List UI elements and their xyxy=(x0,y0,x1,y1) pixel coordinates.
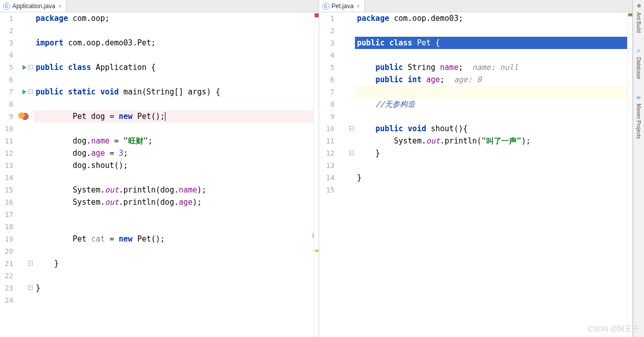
gutter-left[interactable]: 123456789101112131415161718192021222324 … xyxy=(0,12,34,337)
code-line[interactable]: Pet cat = new Pet(); xyxy=(34,233,314,245)
database-icon: ≡ xyxy=(635,48,642,55)
code-area-left[interactable]: package com.oop;import com.oop.demo03.Pe… xyxy=(34,12,314,337)
close-icon[interactable]: × xyxy=(356,3,360,9)
code-line[interactable]: package com.oop; xyxy=(34,12,314,25)
marker-bar-left[interactable] xyxy=(314,12,319,337)
fold-icon[interactable]: − xyxy=(28,89,33,94)
code-line[interactable]: public class Application { xyxy=(34,61,314,74)
code-line[interactable]: Pet dog = new Pet(); xyxy=(34,110,314,123)
line-number: 14 xyxy=(0,172,13,184)
code-line[interactable] xyxy=(34,294,314,306)
tool-window-label: Maven Projects xyxy=(636,104,641,139)
line-number: 19 xyxy=(0,233,13,245)
code-area-right[interactable]: package com.oop.demo03;public class Pet … xyxy=(355,12,627,337)
line-number: 16 xyxy=(0,196,13,208)
line-number: 3 xyxy=(319,37,335,49)
code-line[interactable]: public class Pet { xyxy=(355,37,627,49)
line-number: 11 xyxy=(0,135,13,147)
code-line[interactable]: } xyxy=(34,282,314,294)
marker-warning xyxy=(315,250,319,252)
code-line[interactable] xyxy=(34,245,314,257)
line-number: 13 xyxy=(319,159,335,172)
code-line[interactable]: public void shout(){ xyxy=(355,123,627,135)
tool-window-label: Ant Build xyxy=(636,12,641,33)
line-number: 18 xyxy=(0,221,13,233)
code-line[interactable] xyxy=(355,86,627,98)
watermark: CSDN @阿玉子 xyxy=(588,325,639,334)
line-number: 3 xyxy=(0,37,13,49)
line-number: 4 xyxy=(0,49,13,61)
code-line[interactable] xyxy=(34,98,314,110)
line-number: 24 xyxy=(0,294,13,306)
code-line[interactable] xyxy=(34,270,314,282)
code-line[interactable]: System.out.println(dog.age); xyxy=(34,196,314,208)
gutter-icons-right: −− xyxy=(339,12,355,337)
code-line[interactable]: public int age; age: 0 xyxy=(355,74,627,86)
tab-application-java[interactable]: C Application.java × xyxy=(0,0,66,12)
line-number: 13 xyxy=(0,159,13,172)
code-line[interactable]: package com.oop.demo03; xyxy=(355,12,627,25)
fold-icon[interactable]: − xyxy=(349,151,354,155)
line-number: 2 xyxy=(319,25,335,37)
run-icon[interactable] xyxy=(22,89,27,94)
line-number: 14 xyxy=(319,172,335,184)
tool-window-database[interactable]: ≡ Database xyxy=(635,48,642,79)
code-line[interactable]: import com.oop.demo03.Pet; xyxy=(34,37,314,49)
code-line[interactable]: //无参构造 xyxy=(355,98,627,110)
line-numbers-right: 123456789101112131415 xyxy=(319,12,339,337)
bulb-icon[interactable] xyxy=(18,112,25,118)
fold-icon[interactable]: − xyxy=(349,126,354,131)
editor-body-right: 123456789101112131415 −− package com.oop… xyxy=(319,12,632,337)
close-icon[interactable]: × xyxy=(58,3,61,9)
line-number: 11 xyxy=(319,135,335,147)
tab-label: Pet.java xyxy=(331,3,353,10)
line-number: 4 xyxy=(319,49,335,61)
class-icon: C xyxy=(322,3,329,10)
marker-bar-right[interactable] xyxy=(627,12,632,337)
line-number: 23 xyxy=(0,282,13,294)
code-line[interactable]: public String name; name: null xyxy=(355,61,627,74)
line-number: 5 xyxy=(319,61,335,74)
line-number: 2 xyxy=(0,25,13,37)
code-line[interactable] xyxy=(34,172,314,184)
code-line[interactable]: System.out.println(dog.name); xyxy=(34,184,314,196)
line-number: 8 xyxy=(0,98,13,110)
line-number: 12 xyxy=(319,147,335,159)
code-line[interactable] xyxy=(34,123,314,135)
code-line[interactable]: public static void main(String[] args) { xyxy=(34,86,314,98)
code-line[interactable] xyxy=(34,49,314,61)
tab-pet-java[interactable]: C Pet.java × xyxy=(319,0,365,12)
gutter-right[interactable]: 123456789101112131415 −− xyxy=(319,12,355,337)
line-number: 7 xyxy=(319,86,335,98)
line-number: 7 xyxy=(0,86,13,98)
code-line[interactable]: dog.name = "旺财"; xyxy=(34,135,314,147)
code-line[interactable]: } xyxy=(355,172,627,184)
code-line[interactable]: } xyxy=(34,257,314,270)
code-line[interactable] xyxy=(34,74,314,86)
tool-window-ant-build[interactable]: ✱ Ant Build xyxy=(635,3,642,33)
line-number: 6 xyxy=(0,74,13,86)
fold-icon[interactable]: − xyxy=(28,65,33,69)
run-icon[interactable] xyxy=(22,65,27,70)
fold-icon[interactable]: − xyxy=(28,261,33,266)
code-line[interactable]: System.out.println("叫了一声"); xyxy=(355,135,627,147)
code-line[interactable] xyxy=(34,25,314,37)
code-line[interactable]: dog.shout(); xyxy=(34,159,314,172)
marker-ok xyxy=(628,13,632,16)
line-number: 5 xyxy=(0,61,13,74)
code-line[interactable] xyxy=(355,159,627,172)
code-line[interactable] xyxy=(355,25,627,37)
fold-icon[interactable]: − xyxy=(28,285,33,290)
maven-icon: m xyxy=(635,94,642,102)
code-line[interactable] xyxy=(34,208,314,221)
code-line[interactable] xyxy=(34,221,314,233)
line-number: 15 xyxy=(319,184,335,196)
tool-window-maven-projects[interactable]: m Maven Projects xyxy=(635,94,642,139)
code-line[interactable] xyxy=(355,110,627,123)
code-line[interactable] xyxy=(355,49,627,61)
editor-body-left: 123456789101112131415161718192021222324 … xyxy=(0,12,319,337)
code-line[interactable] xyxy=(355,184,627,196)
code-line[interactable]: } xyxy=(355,147,627,159)
gutter-icons-left: −−−− xyxy=(17,12,34,337)
code-line[interactable]: dog.age = 3; xyxy=(34,147,314,159)
